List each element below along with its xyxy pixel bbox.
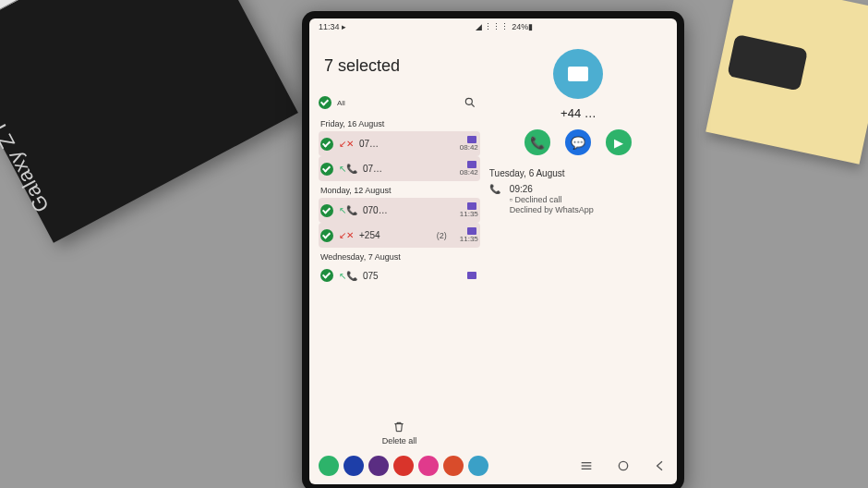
- sim-icon: [467, 202, 476, 210]
- search-icon[interactable]: [464, 96, 476, 109]
- call-log-entry[interactable]: ↙✕07…08:42: [319, 131, 480, 156]
- dock-app-5[interactable]: [443, 456, 464, 476]
- entry-number: 07…: [359, 139, 441, 149]
- call-log-entry[interactable]: ↖📞07…08:42: [319, 156, 480, 181]
- envelope-icon: [568, 67, 588, 81]
- entry-number: 075: [363, 271, 441, 281]
- status-signal-icon: ◢ ⋮⋮⋮: [476, 22, 510, 31]
- call-direction-icon: ↖📞: [339, 164, 357, 174]
- call-direction-icon: ↖📞: [339, 271, 357, 281]
- wooden-clamp-prop: [705, 0, 868, 165]
- nav-back-button[interactable]: [653, 458, 668, 473]
- status-time: 11:34 ▸: [319, 22, 346, 31]
- call-log-entry[interactable]: ↙✕+254(2)11:35: [319, 223, 480, 248]
- svg-point-5: [619, 461, 627, 470]
- history-line: ▫ Declined call: [510, 195, 594, 204]
- entry-checkbox[interactable]: [320, 229, 333, 242]
- call-direction-icon: ↙✕: [339, 230, 354, 240]
- entry-checkbox[interactable]: [320, 138, 333, 151]
- entry-checkbox[interactable]: [320, 163, 333, 176]
- contact-number: +44 …: [488, 106, 669, 120]
- dock-app-1[interactable]: [344, 456, 364, 476]
- entry-time: 11:35: [452, 210, 478, 218]
- select-all-label: All: [337, 99, 345, 107]
- whatsapp-call-icon: 📞: [488, 184, 502, 214]
- product-box: Galaxy Z Fold6: [0, 0, 298, 243]
- status-bar: 11:34 ▸ ◢ ⋮⋮⋮ 24%▮: [309, 18, 677, 34]
- entry-time: 08:42: [452, 168, 478, 177]
- call-log-entry[interactable]: ↖📞075: [319, 264, 480, 287]
- product-box-text: Galaxy Z Fold6: [0, 78, 54, 216]
- date-header: Wednesday, 7 August: [320, 252, 480, 262]
- delete-all-label: Delete all: [382, 436, 417, 445]
- date-header: Monday, 12 August: [320, 186, 480, 195]
- select-all-checkbox[interactable]: [319, 96, 332, 109]
- history-date: Tuesday, 6 August: [489, 168, 668, 178]
- status-battery: 24%▮: [512, 22, 533, 31]
- entry-checkbox[interactable]: [320, 204, 333, 217]
- svg-point-0: [465, 98, 472, 104]
- video-call-button[interactable]: ▶: [606, 129, 632, 155]
- page-title: 7 selected: [324, 56, 480, 76]
- dock-app-4[interactable]: [418, 456, 439, 476]
- sim-icon: [467, 227, 476, 235]
- trash-icon: [392, 420, 406, 434]
- entry-time: 11:35: [452, 235, 478, 243]
- message-button[interactable]: 💬: [565, 129, 591, 155]
- app-dock: [309, 447, 677, 484]
- tablet-device: 11:34 ▸ ◢ ⋮⋮⋮ 24%▮ 7 selected All: [302, 11, 684, 488]
- entry-number: +254: [359, 230, 431, 240]
- dock-app-0[interactable]: [319, 456, 339, 476]
- call-log-entry[interactable]: ↖📞070…11:35: [319, 198, 480, 223]
- dock-app-2[interactable]: [368, 456, 389, 476]
- call-button[interactable]: 📞: [524, 129, 550, 155]
- entry-count: (2): [437, 231, 447, 240]
- entry-number: 070…: [363, 205, 441, 215]
- dock-app-3[interactable]: [393, 456, 414, 476]
- sim-icon: [467, 161, 476, 168]
- history-line: Declined by WhatsApp: [510, 205, 594, 214]
- history-time: 09:26: [510, 184, 594, 194]
- sim-icon: [467, 272, 476, 279]
- entry-checkbox[interactable]: [320, 269, 333, 282]
- dock-app-6[interactable]: [468, 456, 488, 476]
- contact-avatar[interactable]: [553, 49, 603, 99]
- svg-line-1: [472, 104, 475, 107]
- delete-all-button[interactable]: Delete all: [319, 416, 480, 447]
- nav-home-button[interactable]: [616, 458, 631, 473]
- sim-icon: [467, 136, 476, 143]
- date-header: Friday, 16 August: [320, 119, 480, 128]
- history-entry: 📞09:26▫ Declined callDeclined by WhatsAp…: [488, 184, 669, 214]
- call-direction-icon: ↙✕: [339, 139, 354, 149]
- call-direction-icon: ↖📞: [339, 205, 357, 215]
- entry-number: 07…: [363, 164, 441, 174]
- barcode-label: [0, 0, 133, 27]
- entry-time: 08:42: [452, 143, 478, 152]
- nav-recents-button[interactable]: [579, 458, 594, 473]
